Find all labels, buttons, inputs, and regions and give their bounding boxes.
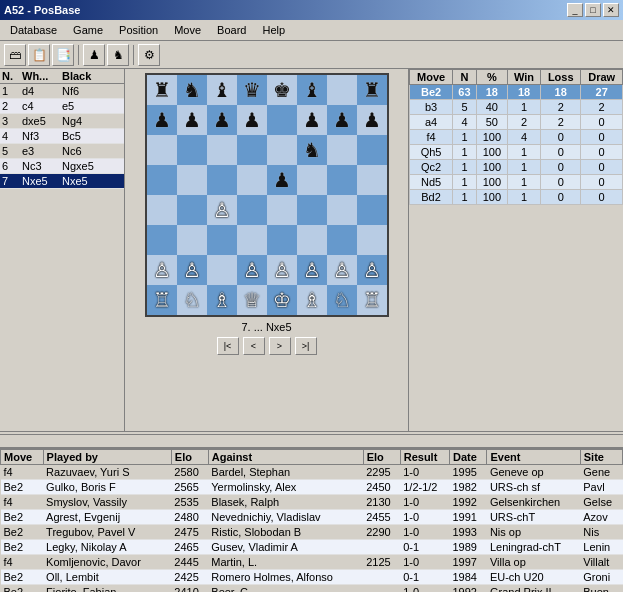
- board-cell[interactable]: [357, 195, 387, 225]
- stats-row[interactable]: a4450220: [410, 115, 623, 130]
- menu-board[interactable]: Board: [211, 22, 252, 38]
- toolbar-btn-2[interactable]: 📋: [28, 44, 50, 66]
- toolbar-btn-4[interactable]: ♟: [83, 44, 105, 66]
- board-cell[interactable]: ♚: [267, 75, 297, 105]
- moves-row[interactable]: 3dxe5Ng4: [0, 114, 124, 129]
- board-cell[interactable]: [327, 75, 357, 105]
- board-cell[interactable]: [177, 225, 207, 255]
- board-cell[interactable]: ♟: [327, 105, 357, 135]
- menu-game[interactable]: Game: [67, 22, 109, 38]
- table-row[interactable]: Be2Fiorito, Fabian2410Beer, C.1-01992Gra…: [1, 585, 623, 593]
- board-cell[interactable]: ♟: [267, 165, 297, 195]
- moves-row[interactable]: 1d4Nf6: [0, 84, 124, 99]
- board-cell[interactable]: [207, 135, 237, 165]
- board-cell[interactable]: [147, 135, 177, 165]
- board-cell[interactable]: ♞: [177, 75, 207, 105]
- table-row[interactable]: Be2Oll, Lembit2425Romero Holmes, Alfonso…: [1, 570, 623, 585]
- board-cell[interactable]: [147, 225, 177, 255]
- board-cell[interactable]: [327, 195, 357, 225]
- board-cell[interactable]: [267, 195, 297, 225]
- board-cell[interactable]: ♗: [297, 285, 327, 315]
- board-cell[interactable]: ♟: [177, 105, 207, 135]
- menu-move[interactable]: Move: [168, 22, 207, 38]
- table-row[interactable]: f4Komljenovic, Davor2445Martin, L.21251-…: [1, 555, 623, 570]
- board-cell[interactable]: [267, 225, 297, 255]
- board-cell[interactable]: [297, 165, 327, 195]
- board-cell[interactable]: [177, 195, 207, 225]
- menu-help[interactable]: Help: [256, 22, 291, 38]
- board-cell[interactable]: ♝: [207, 75, 237, 105]
- moves-row[interactable]: 7Nxe5Nxe5: [0, 174, 124, 189]
- toolbar-btn-3[interactable]: 📑: [52, 44, 74, 66]
- board-cell[interactable]: [237, 165, 267, 195]
- board-cell[interactable]: ♙: [357, 255, 387, 285]
- menu-position[interactable]: Position: [113, 22, 164, 38]
- table-row[interactable]: Be2Legky, Nikolay A2465Gusev, Vladimir A…: [1, 540, 623, 555]
- board-cell[interactable]: [327, 135, 357, 165]
- board-cell[interactable]: ♙: [177, 255, 207, 285]
- board-cell[interactable]: ♙: [207, 195, 237, 225]
- board-cell[interactable]: [237, 225, 267, 255]
- nav-next[interactable]: >: [269, 337, 291, 355]
- close-button[interactable]: ✕: [603, 3, 619, 17]
- board-cell[interactable]: ♘: [177, 285, 207, 315]
- toolbar-btn-6[interactable]: ⚙: [138, 44, 160, 66]
- board-cell[interactable]: ♛: [237, 75, 267, 105]
- board-cell[interactable]: [207, 225, 237, 255]
- table-row[interactable]: Be2Gulko, Boris F2565Yermolinsky, Alex24…: [1, 480, 623, 495]
- board-cell[interactable]: ♗: [207, 285, 237, 315]
- board-cell[interactable]: [207, 165, 237, 195]
- board-cell[interactable]: ♞: [297, 135, 327, 165]
- toolbar-btn-5[interactable]: ♞: [107, 44, 129, 66]
- board-cell[interactable]: [327, 225, 357, 255]
- stats-row[interactable]: f41100400: [410, 130, 623, 145]
- board-cell[interactable]: [237, 195, 267, 225]
- moves-row[interactable]: 6Nc3Ngxe5: [0, 159, 124, 174]
- board-cell[interactable]: ♔: [267, 285, 297, 315]
- table-row[interactable]: f4Razuvaev, Yuri S2580Bardel, Stephan229…: [1, 465, 623, 480]
- stats-row[interactable]: b3540122: [410, 100, 623, 115]
- board-cell[interactable]: [147, 165, 177, 195]
- maximize-button[interactable]: □: [585, 3, 601, 17]
- board-cell[interactable]: [297, 225, 327, 255]
- stats-row[interactable]: Qh51100100: [410, 145, 623, 160]
- board-cell[interactable]: ♟: [147, 105, 177, 135]
- board-cell[interactable]: ♕: [237, 285, 267, 315]
- board-cell[interactable]: ♙: [297, 255, 327, 285]
- moves-row[interactable]: 4Nf3Bc5: [0, 129, 124, 144]
- board-cell[interactable]: [267, 105, 297, 135]
- table-row[interactable]: Be2Tregubov, Pavel V2475Ristic, Slobodan…: [1, 525, 623, 540]
- toolbar-btn-1[interactable]: 🗃: [4, 44, 26, 66]
- board-cell[interactable]: [237, 135, 267, 165]
- nav-last[interactable]: >|: [295, 337, 317, 355]
- board-cell[interactable]: [177, 165, 207, 195]
- board-cell[interactable]: ♟: [207, 105, 237, 135]
- moves-row[interactable]: 2c4e5: [0, 99, 124, 114]
- games-table-wrap[interactable]: Move Played by Elo Against Elo Result Da…: [0, 449, 623, 592]
- minimize-button[interactable]: _: [567, 3, 583, 17]
- nav-prev[interactable]: <: [243, 337, 265, 355]
- board-cell[interactable]: ♖: [147, 285, 177, 315]
- board-cell[interactable]: ♙: [327, 255, 357, 285]
- table-row[interactable]: f4Smyslov, Vassily2535Blasek, Ralph21301…: [1, 495, 623, 510]
- stats-row[interactable]: Be26318181827: [410, 85, 623, 100]
- board-cell[interactable]: [297, 195, 327, 225]
- board-cell[interactable]: ♟: [297, 105, 327, 135]
- board-cell[interactable]: [147, 195, 177, 225]
- board-cell[interactable]: ♟: [357, 105, 387, 135]
- board-cell[interactable]: ♙: [267, 255, 297, 285]
- board-cell[interactable]: ♜: [147, 75, 177, 105]
- board-cell[interactable]: ♙: [237, 255, 267, 285]
- menu-database[interactable]: Database: [4, 22, 63, 38]
- hscroll[interactable]: [0, 431, 623, 447]
- board-cell[interactable]: ♝: [297, 75, 327, 105]
- board-cell[interactable]: ♘: [327, 285, 357, 315]
- board-cell[interactable]: [357, 135, 387, 165]
- board-cell[interactable]: [327, 165, 357, 195]
- board-cell[interactable]: ♙: [147, 255, 177, 285]
- nav-first[interactable]: |<: [217, 337, 239, 355]
- board-cell[interactable]: [207, 255, 237, 285]
- board-cell[interactable]: ♟: [237, 105, 267, 135]
- board-cell[interactable]: [177, 135, 207, 165]
- stats-row[interactable]: Bd21100100: [410, 190, 623, 205]
